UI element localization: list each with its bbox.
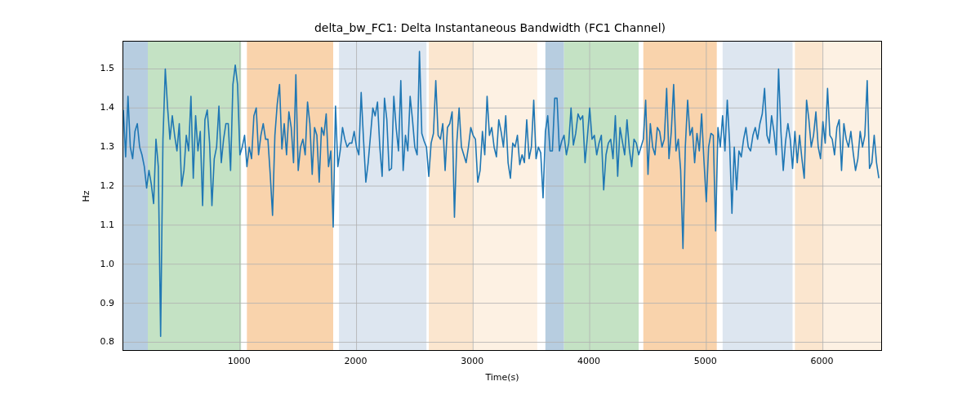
x-tick-label: 4000 — [577, 356, 600, 366]
background-band — [339, 42, 426, 350]
y-tick-label: 1.1 — [100, 219, 115, 229]
x-tick-label: 2000 — [345, 356, 368, 366]
background-band — [473, 42, 537, 350]
plot-area — [122, 41, 882, 351]
y-tick-label: 0.9 — [100, 297, 115, 308]
figure: delta_bw_FC1: Delta Instantaneous Bandwi… — [0, 0, 980, 408]
y-axis-label-text: Hz — [81, 190, 91, 202]
plot-svg — [123, 42, 881, 350]
x-tick-label: 5000 — [694, 356, 717, 366]
y-tick-label: 1.2 — [100, 180, 115, 191]
y-tick-label: 1.3 — [100, 141, 115, 152]
chart-title: delta_bw_FC1: Delta Instantaneous Bandwi… — [0, 21, 980, 34]
x-tick-label: 6000 — [811, 356, 834, 366]
x-tick-label: 3000 — [461, 356, 483, 366]
background-band — [123, 42, 148, 350]
y-tick-label: 1.5 — [100, 63, 115, 73]
x-tick-label: 1000 — [228, 356, 251, 366]
y-tick-label: 1.0 — [100, 258, 115, 268]
y-tick-label: 1.4 — [100, 102, 115, 113]
background-band — [823, 42, 881, 350]
y-tick-label: 0.8 — [100, 336, 115, 347]
x-axis-label: Time(s) — [122, 372, 882, 383]
background-band — [247, 42, 333, 350]
background-band — [795, 42, 822, 350]
background-band — [564, 42, 639, 350]
y-axis-label: Hz — [80, 41, 91, 351]
background-band — [546, 42, 564, 350]
